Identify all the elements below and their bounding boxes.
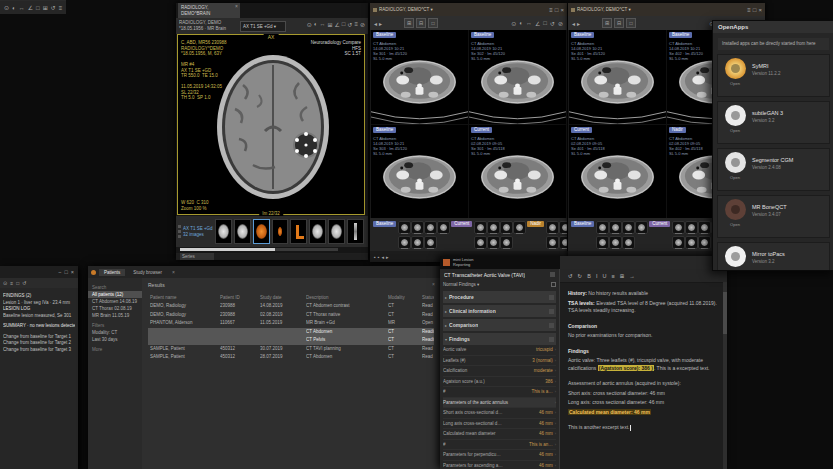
timepoint-group[interactable]: Current bbox=[451, 221, 524, 249]
menu-icon[interactable]: ≡ bbox=[354, 21, 358, 28]
indent-icon[interactable]: → bbox=[629, 273, 635, 279]
minimize-icon[interactable]: − bbox=[58, 269, 61, 275]
compare-viewport[interactable]: Baseline CT Abdomen14.08.2019 10:21 Se 3… bbox=[371, 125, 468, 219]
window-title-bar[interactable]: RADIOLOGY, DEMO^CT ▾ ≡□× bbox=[370, 3, 567, 16]
thumbnail[interactable] bbox=[546, 236, 559, 249]
italic-icon[interactable]: I bbox=[596, 273, 598, 279]
layout-2x2-icon[interactable]: ⊞ bbox=[404, 18, 414, 28]
thumbnail[interactable] bbox=[546, 221, 559, 234]
normal-findings-dropdown[interactable]: Normal Findings ▾ bbox=[443, 280, 556, 289]
mr-viewport-active[interactable]: AX C, ABD, MR56 230988RADIOLOGY^DEMO*18.… bbox=[177, 34, 365, 215]
thumbnail[interactable] bbox=[559, 221, 567, 234]
timepoint-group[interactable]: Baseline bbox=[373, 221, 448, 249]
thumbnail[interactable] bbox=[672, 221, 685, 234]
table-row[interactable]: PHANTOM, Alderson11066711.05.2019 MR Bra… bbox=[148, 319, 434, 328]
close-icon[interactable]: × bbox=[71, 269, 74, 275]
roi-icon[interactable]: □ bbox=[36, 5, 40, 11]
angle-icon[interactable]: ∠ bbox=[535, 20, 540, 27]
report-section-header[interactable]: ▸ Comparison bbox=[443, 319, 556, 331]
reset-icon[interactable]: ↺ bbox=[550, 20, 555, 27]
pan-icon[interactable]: ↔ bbox=[526, 20, 532, 27]
report-section-header[interactable]: ▸ Procedure bbox=[443, 291, 556, 303]
thumbnail[interactable] bbox=[411, 236, 424, 249]
open-button[interactable]: Open bbox=[718, 81, 752, 86]
thumbnail[interactable] bbox=[309, 219, 326, 244]
section-toggle-icon[interactable] bbox=[549, 295, 554, 300]
timepoint-chip[interactable]: Baseline bbox=[471, 32, 494, 38]
compare-viewport[interactable]: Baseline CT Abdomen14.08.2019 10:21 Se 3… bbox=[371, 30, 468, 124]
zoom-icon[interactable]: ⊙ bbox=[511, 20, 516, 27]
table-row[interactable]: SAMPLE, Patient45031230.07.2019 CT TAVI … bbox=[148, 345, 434, 354]
report-field-row[interactable]: Parameters of the aortic annulus › bbox=[443, 398, 556, 409]
close-icon[interactable]: × bbox=[560, 7, 564, 13]
compare-viewport[interactable]: Current CT Abdomen02.08.2019 09:05 Se 30… bbox=[469, 125, 566, 219]
window-level-icon[interactable]: ◐ bbox=[314, 21, 318, 28]
prev-icon[interactable]: ◂ bbox=[374, 20, 377, 27]
report-text[interactable]: History: No history results available TS… bbox=[560, 283, 727, 432]
refresh-icon[interactable]: ↺ bbox=[22, 280, 26, 286]
thumbnail[interactable] bbox=[698, 221, 711, 234]
checkbox-icon[interactable] bbox=[551, 282, 556, 287]
thumbnail[interactable] bbox=[609, 236, 622, 249]
panel-icon[interactable] bbox=[550, 272, 555, 277]
report-field-row[interactable]: Parameters for ascending a… 46 mm › bbox=[443, 461, 556, 469]
compare-viewport[interactable]: Baseline CT Abdomen14.08.2019 10:21 Se 3… bbox=[469, 30, 566, 124]
close-icon[interactable]: × bbox=[758, 7, 762, 13]
thumbnail[interactable] bbox=[424, 236, 437, 249]
table-row[interactable]: DEMO, Radiology23098814.08.2019 CT Abdom… bbox=[148, 302, 434, 311]
angle-icon[interactable]: ∠ bbox=[334, 21, 339, 28]
report-field-row[interactable]: Leaflets (#) 3 (normal) › bbox=[443, 356, 556, 367]
sidebar-item[interactable]: CT Abdomen 14.08.19 bbox=[88, 298, 142, 305]
timepoint-chip[interactable]: Baseline bbox=[373, 127, 396, 133]
thumbnail[interactable] bbox=[424, 221, 437, 234]
thumbnail[interactable] bbox=[685, 236, 698, 249]
thumbnail[interactable] bbox=[685, 221, 698, 234]
timepoint-chip[interactable]: Baseline bbox=[571, 221, 594, 227]
thumbnail[interactable] bbox=[500, 236, 513, 249]
thumbnail[interactable] bbox=[398, 236, 411, 249]
bold-icon[interactable]: B bbox=[587, 273, 591, 279]
menu-icon[interactable]: ≡ bbox=[549, 7, 553, 13]
column-header[interactable]: Patient name bbox=[150, 294, 216, 302]
close-icon[interactable]: × bbox=[172, 269, 175, 275]
status-dot-icon[interactable]: ▪ bbox=[378, 254, 380, 260]
table-row[interactable]: CT AbdomenCTReading bbox=[148, 328, 434, 337]
app-card[interactable]: Open subtleGAN 3 Version 3.2 bbox=[717, 101, 830, 144]
thumbnail[interactable] bbox=[487, 221, 500, 234]
browser-tab[interactable]: Patients bbox=[99, 269, 125, 276]
thumbnail-selected[interactable] bbox=[253, 219, 270, 244]
status-dot-icon[interactable]: ▪ bbox=[374, 254, 376, 260]
compare-viewport[interactable]: Current CT Abdomen02.08.2019 09:05 Se 40… bbox=[569, 125, 666, 219]
undo-icon[interactable]: ↺ bbox=[568, 273, 573, 279]
editor-scrollbar[interactable] bbox=[723, 282, 727, 469]
menu-icon[interactable]: ≡ bbox=[59, 5, 63, 11]
thumbnail[interactable] bbox=[328, 219, 345, 244]
prev-icon[interactable]: ◂ bbox=[572, 20, 575, 27]
layout-1x1-icon[interactable]: □ bbox=[428, 18, 438, 28]
layout-1x1-icon[interactable]: □ bbox=[626, 18, 636, 28]
underline-icon[interactable]: U bbox=[602, 273, 606, 279]
maximize-icon[interactable]: □ bbox=[753, 7, 757, 13]
thumbnail[interactable] bbox=[596, 221, 609, 234]
sidebar-item[interactable]: More bbox=[88, 346, 142, 353]
thumbnail[interactable] bbox=[596, 236, 609, 249]
table-icon[interactable]: ⊞ bbox=[620, 273, 625, 279]
table-row[interactable]: CT PelvisCTReading bbox=[148, 336, 434, 345]
layout-2x2-icon[interactable]: ⊞ bbox=[602, 18, 612, 28]
column-header[interactable]: Patient ID bbox=[220, 294, 256, 302]
series-tab[interactable]: Series bbox=[180, 253, 214, 260]
table-row[interactable]: DEMO, Radiology23098802.08.2019 CT Thora… bbox=[148, 311, 434, 320]
thumbnail[interactable] bbox=[474, 236, 487, 249]
page-next-icon[interactable]: ▸ bbox=[386, 254, 389, 260]
timepoint-chip[interactable]: Baseline bbox=[571, 32, 594, 38]
timepoint-chip[interactable]: Current bbox=[471, 127, 492, 133]
thumbnail[interactable] bbox=[398, 221, 411, 234]
thumbnail[interactable] bbox=[347, 219, 364, 244]
redo-icon[interactable]: ↻ bbox=[578, 273, 583, 279]
layout-rows-icon[interactable]: ⊟ bbox=[416, 18, 426, 28]
menu-icon[interactable]: ≡ bbox=[747, 7, 751, 13]
report-field-row[interactable]: # This is an… › bbox=[443, 440, 556, 451]
thumbnail[interactable] bbox=[411, 221, 424, 234]
timepoint-chip[interactable]: Baseline bbox=[373, 221, 396, 227]
thumbnail[interactable] bbox=[672, 236, 685, 249]
